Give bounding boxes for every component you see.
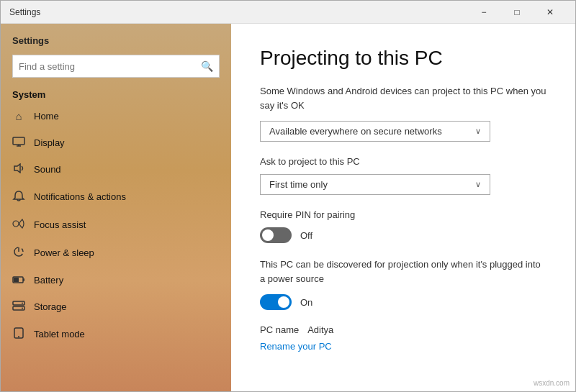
notifications-icon — [12, 190, 25, 204]
sound-icon — [12, 163, 25, 176]
titlebar: Settings − □ ✕ — [1, 1, 575, 24]
battery-icon — [12, 274, 25, 286]
power-description: This PC can be discovered for projection… — [260, 257, 546, 286]
pin-toggle-knob — [262, 229, 274, 241]
search-icon: 🔍 — [201, 60, 213, 72]
sidebar-item-storage-label: Storage — [34, 301, 67, 312]
sidebar-section-label: System — [1, 83, 231, 103]
sidebar-item-notifications-label: Notifications & actions — [34, 191, 126, 202]
ask-project-dropdown-chevron: ∨ — [475, 180, 481, 189]
sidebar-item-battery[interactable]: Battery — [1, 267, 231, 293]
titlebar-title: Settings — [9, 7, 467, 17]
sidebar-item-notifications[interactable]: Notifications & actions — [1, 183, 231, 211]
network-dropdown[interactable]: Available everywhere on secure networks … — [260, 121, 490, 142]
pin-toggle-label: Off — [300, 230, 312, 241]
watermark: wsxdn.com — [534, 379, 570, 387]
sidebar-item-power-label: Power & sleep — [34, 247, 94, 258]
pin-toggle[interactable] — [260, 227, 292, 243]
power-toggle-knob — [278, 296, 289, 308]
sidebar-item-focus-label: Focus assist — [34, 219, 86, 230]
sidebar: Settings 🔍 System ⌂ Home Display — [1, 24, 231, 391]
ask-project-dropdown[interactable]: First time only ∨ — [260, 174, 490, 195]
sidebar-item-sound-label: Sound — [34, 164, 61, 175]
main-content: Settings 🔍 System ⌂ Home Display — [1, 24, 575, 391]
sidebar-item-display[interactable]: Display — [1, 129, 231, 156]
search-box[interactable]: 🔍 — [12, 55, 220, 78]
svg-rect-7 — [14, 278, 19, 282]
page-title: Projecting to this PC — [260, 47, 546, 70]
svg-marker-1 — [14, 164, 20, 173]
power-toggle-label: On — [300, 297, 312, 308]
svg-point-10 — [22, 303, 23, 304]
focus-icon — [12, 218, 25, 232]
home-icon: ⌂ — [12, 110, 25, 122]
sidebar-item-focus[interactable]: Focus assist — [1, 211, 231, 239]
network-dropdown-value: Available everywhere on secure networks — [269, 126, 442, 137]
sidebar-item-power[interactable]: Power & sleep — [1, 239, 231, 267]
rename-pc-link[interactable]: Rename your PC — [260, 341, 332, 352]
storage-icon — [12, 301, 25, 313]
require-pin-label: Require PIN for pairing — [260, 209, 546, 220]
ask-project-dropdown-value: First time only — [269, 179, 328, 190]
minimize-button[interactable]: − — [467, 1, 500, 24]
sidebar-item-display-label: Display — [34, 137, 65, 148]
titlebar-controls: − □ ✕ — [467, 1, 567, 24]
svg-point-13 — [18, 336, 19, 337]
svg-rect-6 — [23, 278, 24, 281]
power-toggle-row: On — [260, 294, 546, 310]
power-toggle[interactable] — [260, 294, 292, 310]
sidebar-item-battery-label: Battery — [34, 275, 63, 286]
svg-point-2 — [13, 221, 19, 227]
sidebar-item-home-label: Home — [34, 111, 59, 122]
sidebar-header: Settings — [1, 24, 231, 52]
sidebar-item-home[interactable]: ⌂ Home — [1, 103, 231, 129]
sidebar-item-sound[interactable]: Sound — [1, 156, 231, 183]
power-icon — [12, 246, 25, 260]
network-dropdown-chevron: ∨ — [475, 127, 481, 136]
svg-rect-0 — [13, 137, 24, 145]
search-input[interactable] — [19, 61, 201, 72]
display-icon — [12, 137, 25, 149]
close-button[interactable]: ✕ — [534, 1, 567, 24]
sidebar-item-tablet-label: Tablet mode — [34, 329, 85, 339]
ask-project-label: Ask to project to this PC — [260, 156, 546, 167]
tablet-icon — [12, 327, 25, 341]
maximize-button[interactable]: □ — [500, 1, 534, 24]
projection-description: Some Windows and Android devices can pro… — [260, 84, 546, 112]
sidebar-item-storage[interactable]: Storage — [1, 293, 231, 320]
pin-toggle-row: Off — [260, 227, 546, 243]
pc-name-value: Aditya — [307, 324, 333, 335]
pc-name-label: PC name — [260, 324, 299, 335]
svg-point-11 — [22, 308, 23, 309]
right-panel: Projecting to this PC Some Windows and A… — [231, 24, 575, 391]
sidebar-item-tablet[interactable]: Tablet mode — [1, 320, 231, 348]
pc-name-row: PC name Aditya — [260, 324, 546, 335]
